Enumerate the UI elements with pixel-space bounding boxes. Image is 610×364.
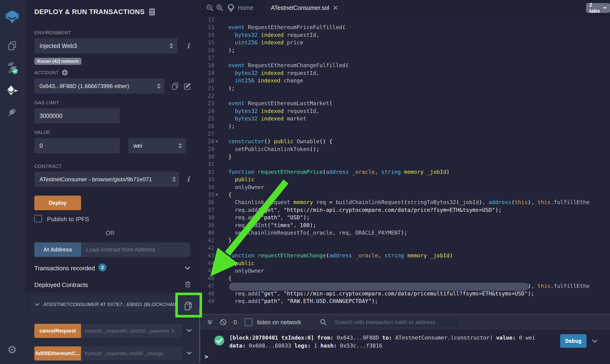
terminal-search-input[interactable] xyxy=(330,317,461,328)
contract-select[interactable]: ATestnetConsumer - browser/gists/9b71e07… xyxy=(34,172,179,187)
code-line[interactable]: 42 xyxy=(201,244,610,252)
expand-params-chevron-icon[interactable] xyxy=(186,327,192,334)
code-line[interactable]: 15 uint256 indexed price xyxy=(201,39,610,46)
clear-console-icon[interactable] xyxy=(219,318,227,326)
or-separator: OR xyxy=(34,230,186,236)
fulfill-params-input[interactable] xyxy=(81,346,182,361)
zoom-in-icon[interactable] xyxy=(216,4,224,12)
code-line[interactable]: 49 req.add("path", "RAW.ETH.USD.CHANGEPC… xyxy=(201,297,610,305)
trash-icon[interactable] xyxy=(184,280,191,288)
code-line[interactable]: 41 } xyxy=(201,236,610,244)
account-select[interactable]: 0x643...9F88D (1.666673996 ether) xyxy=(34,78,164,94)
code-line[interactable]: 43 function requestEthereumChange(addres… xyxy=(201,252,610,259)
deploy-run-panel: DEPLOY & RUN TRANSACTIONS ENVIRONMENT In… xyxy=(24,0,201,364)
value-label: VALUE xyxy=(34,130,50,135)
tab-home[interactable]: Home xyxy=(227,3,253,12)
code-line[interactable]: 14 bytes32 indexed requestId, xyxy=(201,31,610,39)
code-line[interactable]: 36 Chainlink.Request memory req = buildC… xyxy=(201,198,610,206)
code-line[interactable]: 44 public xyxy=(201,260,610,267)
copy-account-icon[interactable] xyxy=(171,82,179,91)
code-line[interactable]: 24 bytes32 indexed requestId, xyxy=(201,107,610,115)
code-line[interactable]: 33 public xyxy=(201,176,610,183)
at-address-button[interactable]: At Address xyxy=(34,242,81,257)
code-line[interactable]: 21 ); xyxy=(201,85,610,92)
file-explorer-icon[interactable] xyxy=(0,40,24,51)
transaction-log[interactable]: [block:20780401 txIndex:0] from: 0x643..… xyxy=(229,334,535,350)
debug-button[interactable]: Debug xyxy=(560,334,586,348)
code-line[interactable]: 29 setPublicChainlinkToken(); xyxy=(201,145,610,153)
docs-icon[interactable] xyxy=(149,8,155,16)
deployed-contract-title: ATESTNETCONSUMER AT 0X7E7...E80D1 (BLOCK… xyxy=(43,301,177,307)
fulfill-ethereum-change-button[interactable]: fulfillEthereumC... xyxy=(34,346,81,361)
at-address-input[interactable] xyxy=(81,242,190,257)
settings-gear-icon[interactable]: ⚙ xyxy=(0,343,24,356)
environment-select[interactable]: Injected Web3 xyxy=(34,38,177,53)
code-line[interactable]: 17 xyxy=(201,54,610,62)
code-line[interactable]: 27 xyxy=(201,130,610,138)
transaction-log-line1: [block:20780401 txIndex:0] from: 0x643..… xyxy=(229,334,535,342)
transactions-recorded-label: Transactions recorded xyxy=(34,265,95,272)
tabs-count-button[interactable]: 2 tabs xyxy=(586,3,610,13)
listen-network-checkbox[interactable] xyxy=(245,318,252,326)
horizontal-scrollbar[interactable] xyxy=(229,283,529,291)
code-line[interactable]: 32 function requestEthereumPrice(address… xyxy=(201,168,610,176)
zoom-out-icon[interactable] xyxy=(206,4,214,12)
code-line[interactable]: 35▼ { xyxy=(201,191,610,198)
expand-log-chevron-icon[interactable] xyxy=(591,338,598,345)
plugin-manager-icon[interactable] xyxy=(0,107,24,119)
value-unit-select[interactable]: wei xyxy=(128,138,186,153)
code-line[interactable]: 46 { xyxy=(201,274,610,282)
publish-ipfs-checkbox[interactable] xyxy=(34,215,42,222)
gas-limit-label: GAS LIMIT xyxy=(34,100,59,105)
code-line[interactable]: 16 ); xyxy=(201,47,610,54)
code-line[interactable]: 28▼ constructor() public Ownable() { xyxy=(201,138,610,145)
code-line[interactable]: 22 xyxy=(201,92,610,100)
terminal-prompt[interactable]: > xyxy=(204,353,208,360)
panel-title: DEPLOY & RUN TRANSACTIONS xyxy=(34,8,145,16)
environment-info-icon[interactable]: i xyxy=(187,42,189,50)
contract-info-icon[interactable]: i xyxy=(187,175,189,183)
search-icon xyxy=(319,318,327,326)
edit-account-icon[interactable] xyxy=(183,82,191,91)
fold-caret-icon[interactable]: ▼ xyxy=(216,191,218,198)
select-stepper-icon xyxy=(172,177,176,182)
code-line[interactable]: 38 req.add("path", "USD"); xyxy=(201,214,610,221)
code-line[interactable]: 31 xyxy=(201,160,610,168)
cancel-request-params-input[interactable] xyxy=(81,324,182,338)
code-line[interactable]: 26 ); xyxy=(201,122,610,130)
code-line[interactable]: 19 bytes32 indexed requestId, xyxy=(201,69,610,77)
collapse-terminal-icon[interactable] xyxy=(206,318,213,326)
deploy-button[interactable]: Deploy xyxy=(34,196,81,210)
code-line[interactable]: 12 xyxy=(201,16,610,24)
code-line[interactable]: 37 req.add("get", "https://min-api.crypt… xyxy=(201,206,610,214)
network-badge: Kovan (42) network xyxy=(34,58,81,65)
contract-label: CONTRACT xyxy=(34,164,62,169)
close-tab-icon[interactable] xyxy=(333,5,338,10)
code-line[interactable]: 39 req.addInt("times", 100); xyxy=(201,221,610,229)
expand-params-chevron-icon[interactable] xyxy=(186,350,192,356)
code-line[interactable]: 30 } xyxy=(201,153,610,160)
code-line[interactable]: 48 req.add("get", "https://min-api.crypt… xyxy=(201,290,610,297)
tab-atestnetconsumer[interactable]: ATestnetConsumer.sol xyxy=(266,0,343,15)
code-line[interactable]: 25 bytes32 indexed market xyxy=(201,115,610,122)
value-input[interactable] xyxy=(34,138,120,153)
select-stepper-icon xyxy=(157,83,161,89)
cancel-request-button[interactable]: cancelRequest xyxy=(34,324,81,338)
deploy-run-icon[interactable] xyxy=(0,85,24,96)
gas-limit-input[interactable] xyxy=(34,108,120,124)
add-account-icon[interactable] xyxy=(62,69,68,76)
code-line[interactable]: 45 onlyOwner xyxy=(201,267,610,274)
deployed-contracts-label: Deployed Contracts xyxy=(34,281,88,289)
solidity-compiler-icon[interactable] xyxy=(0,62,24,74)
code-line[interactable]: 40 sendChainlinkRequestTo(_oracle, req, … xyxy=(201,229,610,236)
code-line[interactable]: 23 event RequestEthereumLastMarket( xyxy=(201,100,610,107)
code-line[interactable]: 34 onlyOwner xyxy=(201,183,610,191)
code-line[interactable]: 13 event RequestEthereumPriceFulfilled( xyxy=(201,24,610,31)
fold-caret-icon[interactable]: ▼ xyxy=(216,138,218,145)
deployed-contract-header[interactable]: ATESTNETCONSUMER AT 0X7E7...E80D1 (BLOCK… xyxy=(32,296,177,312)
transactions-chevron-icon[interactable] xyxy=(184,264,191,272)
code-line[interactable]: 20 int256 indexed change xyxy=(201,77,610,84)
code-line[interactable]: 18 event RequestEthereumChangeFulfilled( xyxy=(201,62,610,69)
contract-expand-chevron-icon[interactable] xyxy=(34,301,40,307)
remix-logo-icon[interactable] xyxy=(0,10,24,25)
